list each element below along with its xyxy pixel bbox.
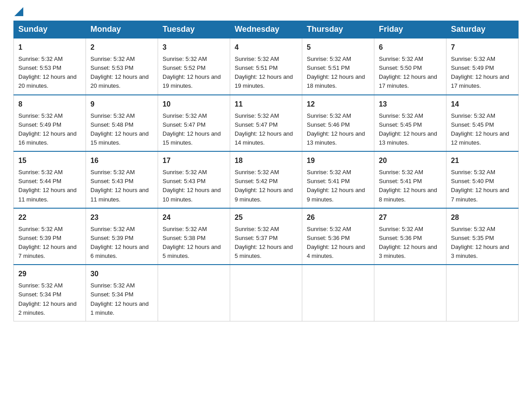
day-number: 27: [379, 212, 442, 223]
calendar-cell: 18 Sunrise: 5:32 AMSunset: 5:42 PMDaylig…: [230, 151, 302, 208]
calendar-cell: [446, 265, 519, 321]
day-number: 13: [379, 99, 442, 110]
calendar-cell: 24 Sunrise: 5:32 AMSunset: 5:38 PMDaylig…: [158, 208, 230, 265]
day-number: 28: [451, 212, 514, 223]
calendar-cell: 28 Sunrise: 5:32 AMSunset: 5:35 PMDaylig…: [446, 208, 519, 265]
cell-info: Sunrise: 5:32 AMSunset: 5:34 PMDaylight:…: [90, 282, 149, 316]
cell-info: Sunrise: 5:32 AMSunset: 5:50 PMDaylight:…: [379, 56, 437, 89]
cell-info: Sunrise: 5:32 AMSunset: 5:49 PMDaylight:…: [18, 112, 77, 146]
cell-info: Sunrise: 5:32 AMSunset: 5:51 PMDaylight:…: [307, 56, 365, 89]
cell-info: Sunrise: 5:32 AMSunset: 5:34 PMDaylight:…: [18, 282, 77, 316]
day-number: 21: [451, 155, 514, 166]
day-number: 22: [18, 212, 81, 223]
day-number: 29: [18, 269, 81, 279]
calendar-cell: 25 Sunrise: 5:32 AMSunset: 5:37 PMDaylig…: [230, 208, 302, 265]
day-number: 18: [235, 155, 297, 166]
calendar-cell: 26 Sunrise: 5:32 AMSunset: 5:36 PMDaylig…: [302, 208, 374, 265]
calendar-cell: 7 Sunrise: 5:32 AMSunset: 5:49 PMDayligh…: [446, 38, 519, 95]
weekday-header-wednesday: Wednesday: [230, 21, 302, 39]
day-number: 5: [307, 42, 369, 53]
day-number: 6: [379, 42, 442, 53]
calendar-week-row: 29 Sunrise: 5:32 AMSunset: 5:34 PMDaylig…: [14, 265, 519, 321]
calendar-week-row: 15 Sunrise: 5:32 AMSunset: 5:44 PMDaylig…: [14, 151, 519, 208]
day-number: 24: [163, 212, 225, 223]
calendar-week-row: 22 Sunrise: 5:32 AMSunset: 5:39 PMDaylig…: [14, 208, 519, 265]
cell-info: Sunrise: 5:32 AMSunset: 5:41 PMDaylight:…: [307, 169, 365, 202]
cell-info: Sunrise: 5:32 AMSunset: 5:43 PMDaylight:…: [90, 169, 149, 202]
cell-info: Sunrise: 5:32 AMSunset: 5:52 PMDaylight:…: [163, 56, 221, 89]
calendar-cell: 29 Sunrise: 5:32 AMSunset: 5:34 PMDaylig…: [14, 265, 86, 321]
cell-info: Sunrise: 5:32 AMSunset: 5:45 PMDaylight:…: [379, 112, 437, 146]
cell-info: Sunrise: 5:32 AMSunset: 5:53 PMDaylight:…: [18, 56, 77, 89]
day-number: 23: [90, 212, 153, 223]
day-number: 12: [307, 99, 369, 110]
calendar-cell: 30 Sunrise: 5:32 AMSunset: 5:34 PMDaylig…: [86, 265, 158, 321]
calendar-cell: [230, 265, 302, 321]
calendar-table: SundayMondayTuesdayWednesdayThursdayFrid…: [13, 21, 519, 321]
calendar-cell: 5 Sunrise: 5:32 AMSunset: 5:51 PMDayligh…: [302, 38, 374, 95]
calendar-cell: 9 Sunrise: 5:32 AMSunset: 5:48 PMDayligh…: [86, 95, 158, 152]
cell-info: Sunrise: 5:32 AMSunset: 5:45 PMDaylight:…: [451, 112, 509, 146]
weekday-header-sunday: Sunday: [14, 21, 86, 39]
weekday-header-tuesday: Tuesday: [158, 21, 230, 39]
weekday-header-thursday: Thursday: [302, 21, 374, 39]
day-number: 7: [451, 42, 514, 53]
cell-info: Sunrise: 5:32 AMSunset: 5:35 PMDaylight:…: [451, 226, 509, 259]
day-number: 3: [163, 42, 225, 53]
cell-info: Sunrise: 5:32 AMSunset: 5:38 PMDaylight:…: [163, 226, 221, 259]
calendar-cell: 10 Sunrise: 5:32 AMSunset: 5:47 PMDaylig…: [158, 95, 230, 152]
page-header: [13, 9, 519, 16]
day-number: 1: [18, 42, 81, 53]
logo-triangle-icon: [14, 7, 23, 16]
cell-info: Sunrise: 5:32 AMSunset: 5:51 PMDaylight:…: [235, 56, 293, 89]
cell-info: Sunrise: 5:32 AMSunset: 5:47 PMDaylight:…: [235, 112, 293, 146]
calendar-cell: 3 Sunrise: 5:32 AMSunset: 5:52 PMDayligh…: [158, 38, 230, 95]
cell-info: Sunrise: 5:32 AMSunset: 5:47 PMDaylight:…: [163, 112, 221, 146]
cell-info: Sunrise: 5:32 AMSunset: 5:40 PMDaylight:…: [451, 169, 509, 202]
calendar-cell: 8 Sunrise: 5:32 AMSunset: 5:49 PMDayligh…: [14, 95, 86, 152]
day-number: 30: [90, 269, 153, 279]
calendar-cell: 27 Sunrise: 5:32 AMSunset: 5:36 PMDaylig…: [374, 208, 446, 265]
calendar-header-row: SundayMondayTuesdayWednesdayThursdayFrid…: [14, 21, 519, 39]
cell-info: Sunrise: 5:32 AMSunset: 5:42 PMDaylight:…: [235, 169, 293, 202]
day-number: 10: [163, 99, 225, 110]
calendar-cell: 19 Sunrise: 5:32 AMSunset: 5:41 PMDaylig…: [302, 151, 374, 208]
cell-info: Sunrise: 5:32 AMSunset: 5:36 PMDaylight:…: [307, 226, 365, 259]
day-number: 11: [235, 99, 297, 110]
calendar-cell: 14 Sunrise: 5:32 AMSunset: 5:45 PMDaylig…: [446, 95, 519, 152]
calendar-cell: 6 Sunrise: 5:32 AMSunset: 5:50 PMDayligh…: [374, 38, 446, 95]
weekday-header-monday: Monday: [86, 21, 158, 39]
day-number: 8: [18, 99, 81, 110]
logo: [13, 9, 23, 16]
day-number: 25: [235, 212, 297, 223]
calendar-cell: 12 Sunrise: 5:32 AMSunset: 5:46 PMDaylig…: [302, 95, 374, 152]
cell-info: Sunrise: 5:32 AMSunset: 5:39 PMDaylight:…: [18, 226, 77, 259]
cell-info: Sunrise: 5:32 AMSunset: 5:48 PMDaylight:…: [90, 112, 149, 146]
day-number: 9: [90, 99, 153, 110]
day-number: 14: [451, 99, 514, 110]
calendar-week-row: 1 Sunrise: 5:32 AMSunset: 5:53 PMDayligh…: [14, 38, 519, 95]
calendar-cell: 16 Sunrise: 5:32 AMSunset: 5:43 PMDaylig…: [86, 151, 158, 208]
calendar-cell: 15 Sunrise: 5:32 AMSunset: 5:44 PMDaylig…: [14, 151, 86, 208]
cell-info: Sunrise: 5:32 AMSunset: 5:53 PMDaylight:…: [90, 56, 149, 89]
day-number: 2: [90, 42, 153, 53]
day-number: 4: [235, 42, 297, 53]
calendar-cell: 4 Sunrise: 5:32 AMSunset: 5:51 PMDayligh…: [230, 38, 302, 95]
calendar-cell: 23 Sunrise: 5:32 AMSunset: 5:39 PMDaylig…: [86, 208, 158, 265]
cell-info: Sunrise: 5:32 AMSunset: 5:44 PMDaylight:…: [18, 169, 77, 202]
day-number: 20: [379, 155, 442, 166]
cell-info: Sunrise: 5:32 AMSunset: 5:43 PMDaylight:…: [163, 169, 221, 202]
calendar-cell: 22 Sunrise: 5:32 AMSunset: 5:39 PMDaylig…: [14, 208, 86, 265]
calendar-cell: 13 Sunrise: 5:32 AMSunset: 5:45 PMDaylig…: [374, 95, 446, 152]
cell-info: Sunrise: 5:32 AMSunset: 5:46 PMDaylight:…: [307, 112, 365, 146]
cell-info: Sunrise: 5:32 AMSunset: 5:49 PMDaylight:…: [451, 56, 509, 89]
calendar-cell: 1 Sunrise: 5:32 AMSunset: 5:53 PMDayligh…: [14, 38, 86, 95]
calendar-cell: 20 Sunrise: 5:32 AMSunset: 5:41 PMDaylig…: [374, 151, 446, 208]
weekday-header-friday: Friday: [374, 21, 446, 39]
day-number: 17: [163, 155, 225, 166]
calendar-cell: 17 Sunrise: 5:32 AMSunset: 5:43 PMDaylig…: [158, 151, 230, 208]
calendar-cell: 11 Sunrise: 5:32 AMSunset: 5:47 PMDaylig…: [230, 95, 302, 152]
cell-info: Sunrise: 5:32 AMSunset: 5:36 PMDaylight:…: [379, 226, 437, 259]
calendar-week-row: 8 Sunrise: 5:32 AMSunset: 5:49 PMDayligh…: [14, 95, 519, 152]
calendar-cell: [374, 265, 446, 321]
